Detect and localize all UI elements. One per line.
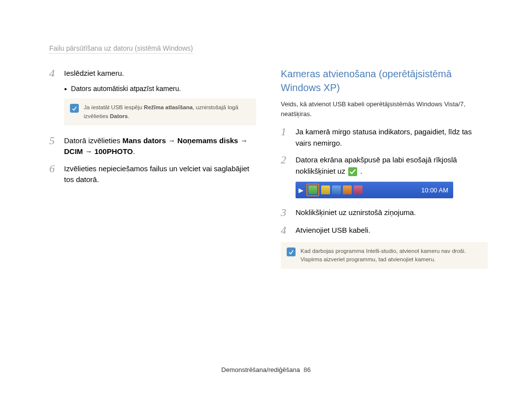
page-number: 86 xyxy=(303,366,310,373)
step-text: Noklikšķiniet uz uznirstošā ziņojuma. xyxy=(296,206,488,219)
note-icon xyxy=(287,247,296,256)
step-number: 3 xyxy=(281,206,290,219)
note-text: Ja iestatāt USB iespēju Režīma atlasīšan… xyxy=(84,103,250,121)
safely-remove-tray-icon[interactable] xyxy=(308,185,317,194)
step-text: Datora ekrāna apakšpusē pa labi esošajā … xyxy=(296,154,488,177)
step-4: 4 Ieslēdziet kameru. xyxy=(49,67,256,80)
step-number: 1 xyxy=(281,125,290,149)
page-content: Failu pārsūtīšana uz datoru (sistēmā Win… xyxy=(0,0,532,278)
note-icon xyxy=(70,104,79,113)
system-tray xyxy=(306,184,363,196)
tray-icon-generic[interactable] xyxy=(354,185,363,194)
note-box: Kad darbojas programma Intelli-studio, a… xyxy=(281,242,488,269)
right-step-1: 1 Ja kamerā mirgo statusa indikators, pa… xyxy=(281,125,488,149)
step-text: Atvienojiet USB kabeli. xyxy=(296,224,488,237)
chevron-right-icon: ▶ xyxy=(299,186,303,194)
tray-icon-network[interactable] xyxy=(332,185,341,194)
tray-icon-volume[interactable] xyxy=(343,185,352,194)
bullet-item: ● Dators automātiski atpazīst kameru. xyxy=(64,85,256,93)
left-column: 4 Ieslēdziet kameru. ● Dators automātisk… xyxy=(49,67,256,278)
footer-section: Demonstrēšana/rediģēšana xyxy=(221,366,300,373)
step-number: 5 xyxy=(49,134,58,157)
bullet-dot-icon: ● xyxy=(64,85,67,93)
step-number: 4 xyxy=(49,67,58,80)
note-box: Ja iestatāt USB iespēju Režīma atlasīšan… xyxy=(64,98,256,125)
safely-remove-icon xyxy=(348,167,357,176)
step-6: 6 Izvēlieties nepieciešamos failus un ve… xyxy=(49,162,256,185)
bullet-text: Dators automātiski atpazīst kameru. xyxy=(71,85,181,93)
two-column-layout: 4 Ieslēdziet kameru. ● Dators automātisk… xyxy=(49,67,488,278)
section-subtext: Veids, kā atvienot USB kabeli operētājsi… xyxy=(281,99,488,119)
breadcrumb-text: Failu pārsūtīšana uz datoru (sistēmā Win… xyxy=(49,44,193,54)
right-step-4: 4 Atvienojiet USB kabeli. xyxy=(281,224,488,237)
step-text: Datorā izvēlieties Mans dators → Noņemam… xyxy=(64,134,256,157)
page-footer: Demonstrēšana/rediģēšana 86 xyxy=(0,366,532,373)
step-text: Ja kamerā mirgo statusa indikators, paga… xyxy=(296,125,488,149)
step-5: 5 Datorā izvēlieties Mans dators → Noņem… xyxy=(49,134,256,157)
right-step-2: 2 Datora ekrāna apakšpusē pa labi esošaj… xyxy=(281,154,488,177)
step-number: 2 xyxy=(281,154,290,177)
windows-taskbar: ▶ 10:00 AM xyxy=(296,182,453,198)
tray-icon-shield[interactable] xyxy=(321,185,330,194)
section-title: Kameras atvienošana (operētājsistēmā Win… xyxy=(281,67,488,94)
step-number: 6 xyxy=(49,162,58,185)
tray-highlight xyxy=(306,184,319,196)
note-text: Kad darbojas programma Intelli-studio, a… xyxy=(300,247,482,264)
step-text: Ieslēdziet kameru. xyxy=(64,67,256,80)
step-number: 4 xyxy=(281,224,290,237)
step-text: Izvēlieties nepieciešamos failus un velc… xyxy=(64,162,256,185)
taskbar-clock: 10:00 AM xyxy=(421,186,450,194)
right-step-3: 3 Noklikšķiniet uz uznirstošā ziņojuma. xyxy=(281,206,488,219)
breadcrumb: Failu pārsūtīšana uz datoru (sistēmā Win… xyxy=(49,44,488,52)
right-column: Kameras atvienošana (operētājsistēmā Win… xyxy=(281,67,488,278)
